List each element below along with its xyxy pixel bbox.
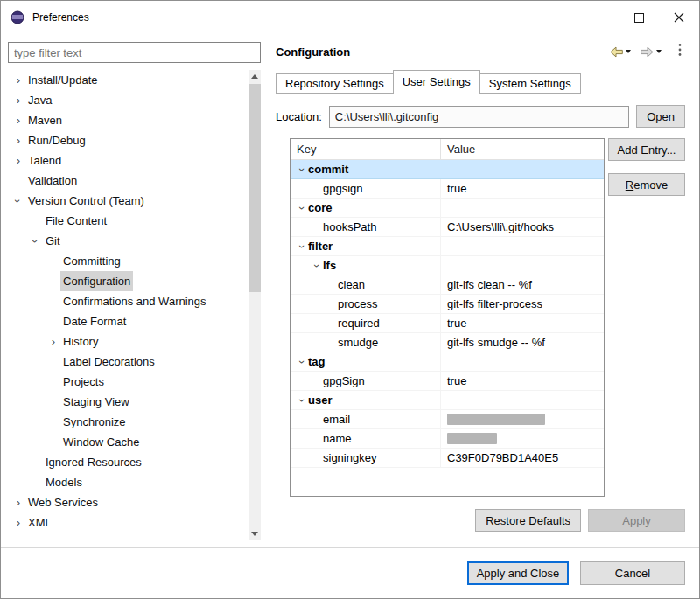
key-label: gpgSign — [323, 374, 365, 387]
table-row-lfs[interactable]: ›lfs — [290, 256, 604, 275]
sidebar-item-window-cache[interactable]: Window Cache — [8, 432, 248, 452]
table-row-gpgsign[interactable]: gpgSigntrue — [290, 372, 604, 391]
view-menu-icon[interactable] — [675, 41, 685, 62]
open-button[interactable]: Open — [636, 105, 685, 128]
expand-icon[interactable]: › — [11, 94, 25, 108]
location-input[interactable] — [329, 106, 629, 128]
collapse-icon[interactable]: › — [296, 356, 308, 368]
key-label: tag — [308, 355, 326, 368]
scrollbar-thumb[interactable] — [248, 84, 261, 292]
sidebar-item-xml[interactable]: ›XML — [8, 512, 248, 533]
sidebar-item-projects[interactable]: Projects — [8, 372, 248, 392]
collapse-icon[interactable]: › — [311, 260, 323, 272]
table-row-hookspath[interactable]: hooksPathC:\Users\lli\.git/hooks — [290, 218, 604, 237]
sidebar-item-git[interactable]: ›Git — [8, 231, 248, 251]
sidebar-item-history[interactable]: ›History — [8, 331, 248, 352]
forward-arrow-icon — [640, 46, 654, 58]
tree-wrap: ›Install/Update›Java›Maven›Run/Debug›Tal… — [8, 70, 261, 540]
sidebar-item-version-control-team[interactable]: ›Version Control (Team) — [8, 191, 248, 211]
back-dropdown-icon[interactable] — [626, 50, 631, 53]
forward-dropdown-icon[interactable] — [656, 50, 662, 53]
key-cell: gpgSign — [290, 372, 441, 390]
forward-button[interactable] — [637, 45, 664, 59]
scroll-track[interactable] — [248, 83, 261, 527]
key-cell: email — [290, 410, 441, 428]
tab-user-settings[interactable]: User Settings — [393, 70, 480, 94]
sidebar-item-install-update[interactable]: ›Install/Update — [8, 70, 248, 90]
cancel-button[interactable]: Cancel — [580, 561, 685, 585]
table-row-gpgsign[interactable]: gpgsigntrue — [290, 179, 604, 199]
tab-repository-settings[interactable]: Repository Settings — [276, 73, 394, 94]
column-header-key[interactable]: Key — [290, 139, 441, 159]
sidebar-item-models[interactable]: Models — [8, 472, 248, 492]
sidebar-item-committing[interactable]: Committing — [8, 251, 248, 271]
sidebar-item-label: Synchronize — [60, 412, 129, 432]
sidebar-item-validation[interactable]: Validation — [8, 171, 248, 191]
collapse-icon[interactable]: › — [296, 240, 308, 253]
scroll-down-button[interactable] — [248, 527, 261, 540]
sidebar-item-date-format[interactable]: Date Format — [8, 311, 248, 331]
sidebar-item-ignored-resources[interactable]: Ignored Resources — [8, 452, 248, 472]
sidebar-item-java[interactable]: ›Java — [8, 90, 248, 110]
sidebar-item-maven[interactable]: ›Maven — [8, 110, 248, 130]
value-cell: git-lfs filter-process — [441, 295, 604, 313]
sidebar-item-confirmations-and-warnings[interactable]: Confirmations and Warnings — [8, 291, 248, 311]
table-row-commit[interactable]: ›commit — [290, 160, 604, 179]
redacted-value — [447, 433, 497, 444]
table-row-email[interactable]: email — [290, 410, 604, 429]
sidebar-item-run-debug[interactable]: ›Run/Debug — [8, 130, 248, 150]
sidebar-item-configuration[interactable]: Configuration — [8, 271, 248, 291]
table-row-required[interactable]: requiredtrue — [290, 314, 604, 333]
maximize-button[interactable] — [619, 1, 659, 34]
table-row-process[interactable]: processgit-lfs filter-process — [290, 295, 604, 314]
sidebar-item-label: Configuration — [60, 271, 133, 291]
scroll-up-button[interactable] — [248, 70, 261, 83]
add-entry-button[interactable]: Add Entry... — [608, 138, 685, 161]
expand-icon[interactable]: › — [11, 114, 25, 128]
chevron-spacer — [29, 476, 43, 490]
expand-icon[interactable]: › — [11, 73, 25, 87]
collapse-icon[interactable]: › — [296, 394, 308, 407]
expand-icon[interactable]: › — [11, 516, 25, 530]
table-row-clean[interactable]: cleangit-lfs clean -- %f — [290, 275, 604, 295]
remove-button[interactable]: Remove — [608, 173, 685, 196]
filter-input[interactable] — [8, 42, 261, 63]
apply-button[interactable]: Apply — [588, 509, 685, 532]
chevron-spacer — [46, 254, 60, 268]
sidebar-item-label-decorations[interactable]: Label Decorations — [8, 352, 248, 372]
sidebar-item-file-content[interactable]: File Content — [8, 211, 248, 231]
sidebar-item-staging-view[interactable]: Staging View — [8, 392, 248, 412]
table-row-tag[interactable]: ›tag — [290, 352, 604, 372]
key-cell: signingkey — [290, 449, 441, 467]
apply-and-close-button[interactable]: Apply and Close — [467, 561, 569, 585]
expand-icon[interactable]: › — [11, 154, 25, 168]
table-row-signingkey[interactable]: signingkeyC39F0D79BD1A40E5 — [290, 449, 604, 468]
expand-icon[interactable]: › — [11, 134, 25, 148]
defaults-row: Restore Defaults Apply — [276, 509, 685, 532]
expand-icon[interactable]: › — [11, 496, 25, 510]
tab-system-settings[interactable]: System Settings — [480, 73, 581, 94]
collapse-icon[interactable]: › — [11, 194, 25, 208]
collapse-icon[interactable]: › — [29, 234, 43, 248]
column-header-value[interactable]: Value — [441, 139, 604, 159]
sidebar-item-synchronize[interactable]: Synchronize — [8, 412, 248, 432]
table-row-filter[interactable]: ›filter — [290, 237, 604, 256]
key-label: commit — [308, 163, 348, 176]
table-row-user[interactable]: ›user — [290, 391, 604, 410]
chevron-spacer — [29, 456, 43, 470]
expand-icon[interactable]: › — [46, 335, 60, 349]
collapse-icon[interactable]: › — [296, 202, 308, 214]
sidebar-item-web-services[interactable]: ›Web Services — [8, 492, 248, 512]
table-row-smudge[interactable]: smudgegit-lfs smudge -- %f — [290, 333, 604, 352]
key-cell: ›user — [290, 391, 441, 409]
table-row-core[interactable]: ›core — [290, 199, 604, 218]
restore-defaults-button[interactable]: Restore Defaults — [475, 509, 581, 532]
table-row-name[interactable]: name — [290, 429, 604, 449]
sidebar-item-talend[interactable]: ›Talend — [8, 150, 248, 171]
vertical-scrollbar[interactable] — [248, 70, 261, 540]
sidebar-tree: ›Install/Update›Java›Maven›Run/Debug›Tal… — [8, 70, 248, 540]
back-button[interactable] — [606, 45, 634, 59]
collapse-icon[interactable]: › — [296, 164, 308, 176]
value-label: git-lfs filter-process — [447, 297, 542, 310]
close-button[interactable] — [659, 1, 699, 34]
